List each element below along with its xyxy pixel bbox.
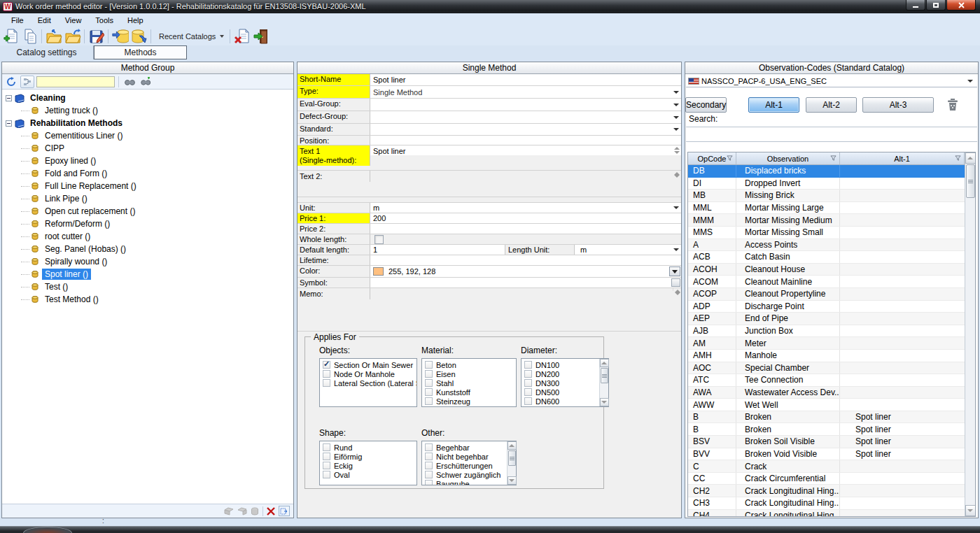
memo-scrollbar[interactable] xyxy=(673,288,681,291)
table-row[interactable]: B Broken Spot liner xyxy=(688,411,965,424)
lifetime-input[interactable] xyxy=(370,255,681,265)
scroll-thumb[interactable] xyxy=(601,368,608,383)
menu-item[interactable]: Tools xyxy=(88,15,120,26)
checklist-item[interactable]: Section Or Main Sewer xyxy=(320,360,416,369)
checklist-item[interactable]: DN300 xyxy=(522,378,608,388)
alt-button[interactable]: Alt-1 xyxy=(748,97,799,113)
checkbox-icon[interactable] xyxy=(425,462,433,469)
column-header-alt1[interactable]: Alt-1 xyxy=(840,152,965,164)
start-orb[interactable] xyxy=(23,527,72,533)
checklist-item[interactable]: Eiförmig xyxy=(320,452,416,461)
eval-group-select[interactable] xyxy=(370,99,681,111)
new-catalog-button[interactable] xyxy=(1,27,20,45)
tree-item[interactable]: Epoxy lined () xyxy=(2,155,293,167)
scroll-thumb[interactable] xyxy=(508,450,516,466)
color-select[interactable]: 255, 192, 128 xyxy=(370,266,681,277)
checklist-item[interactable]: Baugrube xyxy=(422,479,516,485)
table-row[interactable]: A Access Points xyxy=(688,239,965,252)
whole-length-checkbox[interactable] xyxy=(374,235,384,244)
refresh-button[interactable] xyxy=(4,76,18,88)
checklist-item[interactable]: Node Or Manhole xyxy=(320,369,416,378)
filter-icon[interactable] xyxy=(955,155,961,162)
table-row[interactable]: AWW Wet Well xyxy=(688,399,965,411)
observation-scrollbar[interactable] xyxy=(965,152,975,516)
text2-scrollbar[interactable] xyxy=(673,171,681,173)
menu-item[interactable]: File xyxy=(4,15,31,26)
checkbox-icon[interactable] xyxy=(425,379,433,387)
color-dropdown-button[interactable] xyxy=(669,266,680,276)
table-row[interactable]: AWA Wastewater Access Dev... xyxy=(688,387,965,399)
tree-item[interactable]: Cementitious Liner () xyxy=(2,129,293,142)
scroll-down-icon[interactable] xyxy=(600,398,609,406)
checkbox-icon[interactable] xyxy=(425,480,433,485)
scroll-up-icon[interactable] xyxy=(507,441,517,450)
checklist-item[interactable]: Rund xyxy=(320,443,416,452)
checkbox-icon[interactable] xyxy=(524,388,532,396)
tree-item[interactable]: Test Method () xyxy=(2,293,293,306)
short-name-input[interactable]: Spot liner xyxy=(370,74,681,85)
default-length-input[interactable]: 1 Length Unit: m xyxy=(370,245,681,255)
delete-method-button[interactable] xyxy=(267,507,275,516)
checkbox-icon[interactable] xyxy=(425,388,433,396)
checkbox-icon[interactable] xyxy=(425,471,433,478)
checklist-item[interactable]: Kunststoff xyxy=(422,388,516,397)
checkbox-icon[interactable] xyxy=(524,361,532,369)
tree-item[interactable]: Test () xyxy=(2,280,293,293)
move-method-button[interactable] xyxy=(279,506,290,516)
alt-button[interactable]: Secondary xyxy=(685,97,727,113)
checkbox-icon[interactable] xyxy=(524,379,532,387)
collapse-icon[interactable] xyxy=(6,95,12,101)
length-unit-select[interactable]: m xyxy=(575,245,681,255)
filter-icon[interactable] xyxy=(830,155,836,162)
tree-filter-input[interactable] xyxy=(36,76,115,87)
checkbox-icon[interactable] xyxy=(323,471,330,478)
table-row[interactable]: CH3 Crack Longitudinal Hing... xyxy=(688,497,965,510)
column-header-observation[interactable]: Observation xyxy=(736,152,840,164)
type-select[interactable]: Single Method xyxy=(370,86,681,98)
table-row[interactable]: ACOH Cleanout House xyxy=(688,264,965,276)
checklist-item[interactable]: Nicht begehbar xyxy=(422,452,516,461)
price2-input[interactable] xyxy=(370,224,681,234)
table-row[interactable]: ATC Tee Connection xyxy=(688,374,965,387)
menu-item[interactable]: Help xyxy=(120,15,150,26)
checkbox-icon[interactable] xyxy=(524,370,532,378)
checklist-item[interactable]: DN600 xyxy=(522,397,608,406)
price1-input[interactable]: 200 xyxy=(370,213,681,223)
tree-levels-button[interactable] xyxy=(20,76,34,88)
collapse-icon[interactable] xyxy=(6,120,12,127)
table-row[interactable]: AM Meter xyxy=(688,337,965,350)
tree-item[interactable]: Spot liner () xyxy=(2,268,293,280)
table-row[interactable]: AMH Manhole xyxy=(688,350,965,362)
standard-select[interactable] xyxy=(370,124,681,135)
table-row[interactable]: MB Missing Brick xyxy=(688,190,965,202)
table-row[interactable]: ACOP Cleanout Propertyline xyxy=(688,288,965,301)
checklist-item[interactable]: Begehbar xyxy=(422,443,516,452)
table-row[interactable]: MMS Mortar Missing Small xyxy=(688,227,965,239)
scroll-up-icon[interactable] xyxy=(600,359,609,367)
tree-item[interactable]: Open cut replacement () xyxy=(2,205,293,218)
checklist-item[interactable]: Eisen xyxy=(422,369,516,378)
table-row[interactable]: ACOM Cleanout Mainline xyxy=(688,276,965,288)
delete-catalog-button[interactable] xyxy=(232,27,251,45)
checkbox-icon[interactable] xyxy=(425,370,433,378)
table-row[interactable]: AJB Junction Box xyxy=(688,325,965,338)
scroll-up-icon[interactable] xyxy=(965,152,976,164)
other-scrollbar[interactable] xyxy=(507,441,516,485)
db-import-button[interactable] xyxy=(111,27,130,45)
checklist-item[interactable]: Schwer zugänglich xyxy=(422,470,516,479)
tab-methods[interactable]: Methods xyxy=(94,45,187,59)
tree-item[interactable]: Seg. Panel (Hobas) () xyxy=(2,243,293,255)
tree-item[interactable]: Full Line Replacement () xyxy=(2,180,293,192)
checklist-item[interactable]: Oval xyxy=(320,470,416,479)
clear-alt-button[interactable] xyxy=(945,96,960,114)
diameter-scrollbar[interactable] xyxy=(599,359,608,406)
checklist-item[interactable]: DN500 xyxy=(522,388,608,397)
column-header-opcode[interactable]: OpCode xyxy=(688,152,736,164)
tab-catalog-settings[interactable]: Catalog settings xyxy=(0,45,94,59)
tree-item[interactable]: Fold and Form () xyxy=(2,167,293,180)
table-row[interactable]: CC Crack Circumferential xyxy=(688,473,965,485)
tree-item[interactable]: CIPP xyxy=(2,142,293,155)
checkbox-icon[interactable] xyxy=(323,361,330,369)
tree-item[interactable]: root cutter () xyxy=(2,230,293,243)
table-row[interactable]: ADP Discharge Point xyxy=(688,301,965,313)
